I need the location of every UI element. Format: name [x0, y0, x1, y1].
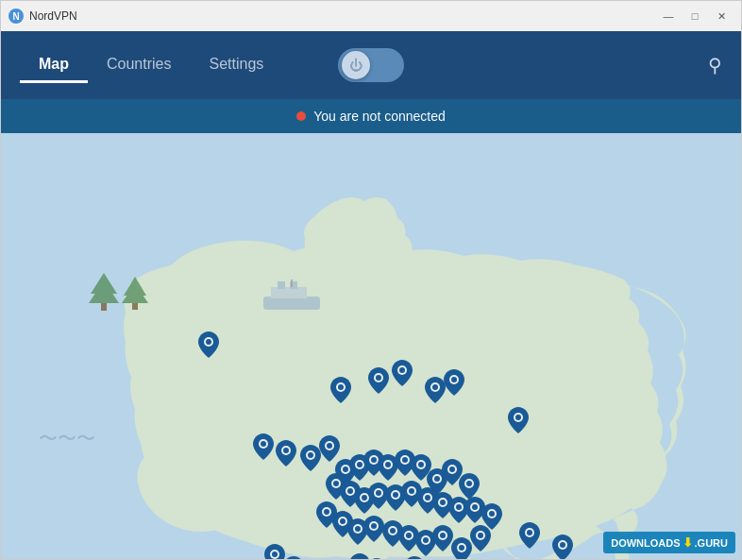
- svg-point-64: [393, 492, 398, 498]
- svg-point-102: [272, 552, 278, 557]
- svg-point-16: [206, 339, 211, 345]
- connection-status-dot: [296, 111, 306, 121]
- svg-point-26: [451, 377, 457, 382]
- svg-rect-12: [278, 281, 285, 289]
- maximize-button[interactable]: □: [683, 7, 707, 25]
- map-pin[interactable]: [459, 473, 480, 500]
- map-pin[interactable]: [404, 556, 425, 560]
- svg-point-18: [338, 384, 344, 390]
- svg-point-40: [357, 462, 363, 467]
- titlebar: N NordVPN — □ ✕: [1, 1, 741, 31]
- watermark-text: DOWNLOADS: [611, 537, 680, 549]
- svg-point-96: [478, 533, 483, 538]
- svg-point-32: [283, 448, 289, 453]
- map-pin[interactable]: [425, 377, 446, 403]
- svg-rect-13: [290, 281, 297, 289]
- svg-point-50: [434, 476, 440, 482]
- svg-rect-9: [132, 303, 138, 310]
- close-button[interactable]: ✕: [709, 7, 734, 25]
- map-pin[interactable]: [264, 544, 285, 560]
- svg-point-60: [362, 495, 367, 501]
- svg-point-94: [459, 545, 464, 551]
- map-pin[interactable]: [330, 377, 351, 403]
- tab-countries[interactable]: Countries: [88, 48, 190, 83]
- map-pin[interactable]: [508, 407, 529, 433]
- svg-point-98: [527, 530, 532, 535]
- minimize-button[interactable]: —: [656, 7, 681, 25]
- svg-point-52: [449, 467, 455, 472]
- toggle-thumb: ⏻: [342, 51, 370, 79]
- svg-point-78: [324, 509, 329, 515]
- map-pin[interactable]: [519, 522, 540, 549]
- svg-point-34: [308, 452, 313, 458]
- svg-point-28: [515, 415, 521, 420]
- map-pin[interactable]: [253, 433, 274, 460]
- map-pin[interactable]: [432, 525, 453, 552]
- watermark-icon: ⬇: [683, 535, 693, 550]
- svg-point-58: [347, 488, 353, 494]
- svg-rect-10: [263, 297, 320, 310]
- svg-point-48: [418, 462, 424, 467]
- svg-point-84: [371, 523, 377, 529]
- svg-point-46: [402, 457, 408, 463]
- svg-point-36: [327, 443, 332, 449]
- map-area[interactable]: 〜〜〜: [1, 133, 742, 560]
- search-button[interactable]: ⚲: [708, 54, 722, 76]
- map-pin[interactable]: [552, 535, 573, 560]
- power-toggle[interactable]: ⏻: [338, 48, 404, 82]
- map-pin[interactable]: [392, 360, 413, 386]
- status-bar: You are not connected: [1, 99, 741, 133]
- svg-point-62: [376, 490, 381, 496]
- svg-point-56: [333, 481, 339, 486]
- map-pin[interactable]: [319, 435, 340, 462]
- svg-point-88: [406, 533, 412, 538]
- titlebar-left: N NordVPN: [8, 8, 77, 24]
- app-logo: N: [8, 8, 24, 24]
- svg-point-42: [371, 457, 377, 463]
- svg-point-20: [376, 375, 381, 381]
- map-pin[interactable]: [276, 440, 296, 467]
- svg-point-68: [425, 495, 430, 501]
- svg-point-100: [560, 542, 565, 548]
- svg-point-90: [423, 537, 429, 543]
- svg-point-66: [409, 488, 414, 494]
- tab-map[interactable]: Map: [20, 48, 88, 83]
- map-pin[interactable]: [368, 367, 389, 394]
- svg-point-82: [355, 526, 361, 532]
- svg-point-72: [456, 504, 462, 510]
- svg-point-86: [390, 528, 396, 534]
- svg-point-54: [466, 481, 472, 486]
- svg-rect-11: [271, 287, 307, 298]
- header: Map Countries Settings ⏻ ⚲: [1, 31, 741, 99]
- watermark: DOWNLOADS ⬇ .GURU: [603, 532, 735, 553]
- map-pin[interactable]: [198, 331, 219, 358]
- watermark-suffix: .GURU: [695, 537, 728, 549]
- svg-point-22: [399, 367, 405, 373]
- toggle-track[interactable]: ⏻: [338, 48, 404, 82]
- map-pin[interactable]: [470, 525, 491, 552]
- map-pin[interactable]: [283, 556, 304, 560]
- map-pin[interactable]: [444, 369, 464, 396]
- svg-point-92: [440, 533, 446, 538]
- svg-text:〜〜〜: 〜〜〜: [39, 428, 95, 449]
- app-title: NordVPN: [29, 9, 77, 23]
- svg-point-38: [343, 467, 348, 472]
- svg-point-70: [440, 500, 446, 505]
- svg-point-30: [261, 441, 266, 447]
- svg-point-74: [472, 504, 478, 510]
- connection-status-text: You are not connected: [313, 109, 446, 124]
- svg-point-24: [432, 384, 438, 390]
- svg-point-44: [385, 462, 391, 467]
- power-icon: ⏻: [349, 58, 363, 73]
- map-pin[interactable]: [300, 445, 321, 471]
- svg-point-76: [489, 511, 495, 517]
- svg-rect-6: [101, 303, 107, 311]
- map-pin[interactable]: [451, 537, 472, 560]
- titlebar-controls: — □ ✕: [656, 7, 734, 25]
- tab-settings[interactable]: Settings: [190, 48, 282, 83]
- map-pin[interactable]: [363, 516, 384, 542]
- svg-point-80: [340, 518, 346, 524]
